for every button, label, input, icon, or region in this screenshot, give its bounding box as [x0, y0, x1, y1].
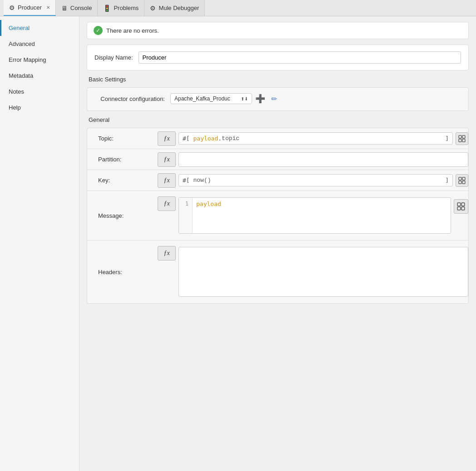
key-input-area: #[ now()]	[178, 174, 468, 187]
sidebar-item-help[interactable]: Help	[0, 100, 79, 115]
tab-problems-label: Problems	[114, 5, 139, 11]
svg-rect-6	[459, 181, 461, 184]
tab-bar: ⚙ Producer ✕ 🖥 Console 🚦 Problems ⚙ Mule…	[0, 0, 476, 16]
topic-expr-bracket: ]	[443, 135, 449, 142]
field-panel: Topic: ƒx #[ payload.topic] Partition:	[87, 128, 469, 304]
key-expr-content: now()	[193, 177, 211, 184]
basic-settings-title: Basic Settings	[87, 76, 469, 83]
topic-label: Topic:	[87, 131, 158, 145]
tab-console-label: Console	[70, 5, 92, 11]
basic-settings-section: Basic Settings Connector configuration: …	[87, 76, 469, 111]
producer-icon: ⚙	[9, 4, 15, 11]
tab-producer-label: Producer	[18, 4, 42, 11]
sidebar: General Advanced Error Mapping Metadata …	[0, 16, 79, 471]
tab-producer[interactable]: ⚙ Producer ✕	[4, 0, 56, 16]
partition-label: Partition:	[87, 152, 158, 166]
svg-rect-11	[461, 207, 465, 210]
message-line-numbers: 1	[179, 198, 193, 233]
headers-label: Headers:	[87, 265, 158, 279]
topic-mule-button[interactable]	[456, 132, 468, 145]
message-input-area: 1 payload	[178, 195, 468, 236]
svg-rect-10	[457, 207, 461, 210]
headers-fx-button[interactable]: ƒx	[158, 246, 176, 261]
partition-input-area	[178, 152, 468, 167]
headers-area[interactable]	[178, 247, 468, 297]
headers-input-area	[178, 244, 468, 300]
display-name-row: Display Name:	[94, 51, 461, 64]
key-mule-button[interactable]	[456, 174, 468, 187]
svg-rect-2	[459, 139, 461, 142]
key-expr-bracket: ]	[443, 177, 449, 184]
tab-mule-debugger-label: Mule Debugger	[159, 5, 199, 11]
message-row: Message: ƒx 1 payload	[87, 191, 468, 241]
svg-rect-0	[459, 135, 461, 138]
message-mule-button[interactable]	[454, 199, 468, 214]
display-name-panel: Display Name:	[87, 45, 469, 70]
tab-mule-debugger[interactable]: ⚙ Mule Debugger	[144, 0, 205, 16]
display-name-label: Display Name:	[94, 54, 133, 61]
topic-input-area: #[ payload.topic]	[178, 132, 468, 145]
tab-problems[interactable]: 🚦 Problems	[98, 0, 144, 16]
message-code-payload: payload	[196, 200, 221, 207]
message-fx-button[interactable]: ƒx	[158, 196, 176, 211]
message-label: Message:	[87, 209, 158, 223]
connector-config-row: Connector configuration: Apache_Kafka_Pr…	[94, 93, 461, 104]
general-section: General Topic: ƒx #[ payload.topic]	[87, 116, 469, 304]
topic-expr-payload: payload	[193, 135, 218, 142]
topic-expr-rest: topic	[222, 135, 239, 142]
key-expr[interactable]: #[ now()]	[178, 174, 453, 186]
key-label: Key:	[87, 173, 158, 187]
status-message: There are no errors.	[106, 27, 159, 34]
sidebar-item-metadata[interactable]: Metadata	[0, 68, 79, 84]
headers-row: Headers: ƒx	[87, 241, 468, 303]
connector-label: Connector configuration:	[94, 95, 165, 102]
topic-row: Topic: ƒx #[ payload.topic]	[87, 128, 468, 149]
topic-expr-dot: .	[218, 135, 222, 142]
tab-producer-close[interactable]: ✕	[46, 5, 50, 10]
main-layout: General Advanced Error Mapping Metadata …	[0, 16, 476, 471]
connector-dropdown[interactable]: Apache_Kafka_Produc ⬆⬇	[170, 93, 252, 104]
problems-icon: 🚦	[103, 5, 111, 12]
dropdown-container: Apache_Kafka_Produc ⬆⬇ ➕ ✏	[170, 93, 279, 104]
topic-expr-prefix: #[	[183, 135, 193, 142]
general-section-title: General	[87, 116, 469, 123]
content-area: ✓ There are no errors. Display Name: Bas…	[79, 16, 476, 471]
svg-rect-7	[462, 181, 465, 184]
sidebar-item-general[interactable]: General	[0, 20, 79, 36]
svg-rect-5	[462, 177, 465, 180]
message-code: payload	[193, 198, 451, 233]
edit-connector-button[interactable]: ✏	[268, 93, 279, 104]
console-icon: 🖥	[61, 5, 68, 12]
partition-input[interactable]	[178, 152, 468, 167]
topic-fx-button[interactable]: ƒx	[158, 131, 176, 146]
svg-rect-4	[459, 177, 461, 180]
key-fx-button[interactable]: ƒx	[158, 173, 176, 188]
sidebar-item-notes[interactable]: Notes	[0, 84, 79, 100]
mule-debugger-icon: ⚙	[150, 5, 156, 12]
tab-console[interactable]: 🖥 Console	[56, 0, 98, 16]
partition-fx-button[interactable]: ƒx	[158, 152, 176, 167]
connector-dropdown-value: Apache_Kafka_Produc	[174, 95, 230, 102]
message-code-area[interactable]: 1 payload	[178, 197, 451, 234]
display-name-input[interactable]	[139, 51, 461, 64]
status-ok-icon: ✓	[94, 26, 103, 35]
dropdown-arrow-icon: ⬆⬇	[241, 96, 248, 101]
key-expr-prefix: #[	[183, 177, 193, 184]
key-row: Key: ƒx #[ now()]	[87, 170, 468, 191]
add-connector-button[interactable]: ➕	[255, 93, 266, 104]
partition-row: Partition: ƒx	[87, 149, 468, 170]
sidebar-item-advanced[interactable]: Advanced	[0, 36, 79, 52]
topic-expr[interactable]: #[ payload.topic]	[178, 132, 453, 145]
svg-rect-3	[462, 139, 465, 142]
svg-rect-8	[457, 203, 461, 206]
svg-rect-1	[462, 135, 465, 138]
status-bar: ✓ There are no errors.	[87, 22, 469, 39]
sidebar-item-error-mapping[interactable]: Error Mapping	[0, 52, 79, 68]
svg-rect-9	[461, 203, 465, 206]
config-panel: Connector configuration: Apache_Kafka_Pr…	[87, 87, 469, 111]
